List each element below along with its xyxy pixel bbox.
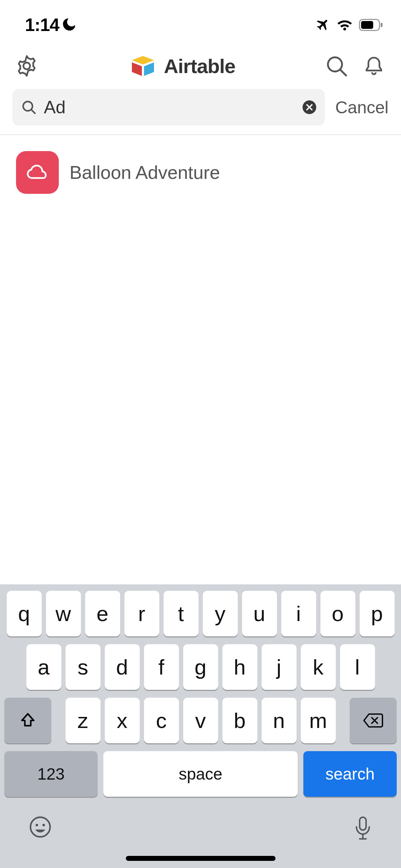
svg-marker-6 bbox=[144, 62, 154, 76]
keyboard-row-4: 123 space search bbox=[4, 751, 397, 797]
key-i[interactable]: i bbox=[281, 591, 316, 636]
mic-key[interactable] bbox=[353, 815, 372, 842]
home-indicator[interactable] bbox=[126, 856, 276, 861]
status-right bbox=[315, 17, 383, 33]
moon-icon bbox=[63, 18, 76, 32]
key-z[interactable]: z bbox=[66, 698, 101, 743]
key-v[interactable]: v bbox=[183, 698, 218, 743]
svg-point-13 bbox=[36, 824, 38, 826]
key-r[interactable]: r bbox=[124, 591, 159, 636]
svg-marker-5 bbox=[132, 62, 142, 76]
key-w[interactable]: w bbox=[46, 591, 81, 636]
status-bar: 1:14 bbox=[0, 0, 401, 39]
svg-point-12 bbox=[31, 817, 50, 837]
result-item[interactable]: Balloon Adventure bbox=[16, 151, 385, 194]
svg-line-8 bbox=[340, 70, 346, 76]
brand-name: Airtable bbox=[164, 55, 236, 78]
keyboard: qwertyuiop asdfghjkl zxcvbnm 123 space s… bbox=[0, 584, 401, 868]
keyboard-row-3: zxcvbnm bbox=[4, 698, 397, 743]
svg-rect-2 bbox=[381, 23, 382, 27]
key-y[interactable]: y bbox=[203, 591, 238, 636]
backspace-key[interactable] bbox=[350, 698, 397, 743]
status-left: 1:14 bbox=[25, 15, 76, 35]
key-x[interactable]: x bbox=[105, 698, 140, 743]
airtable-logo-icon bbox=[128, 54, 158, 78]
shift-icon bbox=[19, 712, 37, 729]
key-k[interactable]: k bbox=[301, 644, 336, 690]
svg-rect-1 bbox=[361, 21, 373, 29]
svg-marker-4 bbox=[132, 56, 154, 64]
key-u[interactable]: u bbox=[242, 591, 277, 636]
search-input[interactable] bbox=[37, 97, 302, 118]
key-b[interactable]: b bbox=[222, 698, 257, 743]
battery-icon bbox=[359, 19, 383, 31]
search-row: Cancel bbox=[0, 89, 401, 135]
space-key[interactable]: space bbox=[103, 751, 298, 797]
key-s[interactable]: s bbox=[66, 644, 101, 690]
svg-point-14 bbox=[42, 824, 45, 826]
app-header: Airtable bbox=[0, 39, 401, 89]
key-m[interactable]: m bbox=[301, 698, 336, 743]
search-icon bbox=[20, 99, 37, 116]
svg-line-10 bbox=[31, 110, 35, 113]
airplane-icon bbox=[315, 17, 330, 33]
key-q[interactable]: q bbox=[7, 591, 42, 636]
key-j[interactable]: j bbox=[262, 644, 297, 690]
key-d[interactable]: d bbox=[105, 644, 140, 690]
gear-icon[interactable] bbox=[14, 53, 39, 78]
svg-point-3 bbox=[24, 63, 30, 69]
cloud-icon bbox=[25, 164, 50, 181]
status-time: 1:14 bbox=[25, 15, 59, 35]
backspace-icon bbox=[363, 713, 384, 728]
shift-key[interactable] bbox=[4, 698, 51, 743]
key-e[interactable]: e bbox=[85, 591, 120, 636]
bell-icon[interactable] bbox=[363, 54, 385, 78]
key-g[interactable]: g bbox=[183, 644, 218, 690]
key-f[interactable]: f bbox=[144, 644, 179, 690]
keyboard-search-key[interactable]: search bbox=[303, 751, 397, 797]
keyboard-row-2: asdfghjkl bbox=[4, 644, 397, 690]
keyboard-bottom-row bbox=[4, 805, 397, 856]
result-icon bbox=[16, 151, 59, 194]
key-h[interactable]: h bbox=[222, 644, 257, 690]
key-o[interactable]: o bbox=[320, 591, 355, 636]
result-label: Balloon Adventure bbox=[70, 162, 220, 183]
emoji-key[interactable] bbox=[29, 815, 52, 842]
key-a[interactable]: a bbox=[26, 644, 61, 690]
key-t[interactable]: t bbox=[164, 591, 199, 636]
keyboard-row-1: qwertyuiop bbox=[4, 591, 397, 636]
header-actions bbox=[324, 54, 385, 78]
numbers-key[interactable]: 123 bbox=[4, 751, 98, 797]
brand: Airtable bbox=[128, 54, 236, 78]
cancel-button[interactable]: Cancel bbox=[335, 98, 389, 117]
key-n[interactable]: n bbox=[262, 698, 297, 743]
search-field[interactable] bbox=[12, 89, 325, 125]
key-l[interactable]: l bbox=[340, 644, 375, 690]
key-c[interactable]: c bbox=[144, 698, 179, 743]
search-icon[interactable] bbox=[324, 54, 349, 78]
clear-icon[interactable] bbox=[302, 100, 317, 115]
key-p[interactable]: p bbox=[360, 591, 395, 636]
result-list: Balloon Adventure bbox=[0, 135, 401, 210]
wifi-icon bbox=[337, 18, 353, 32]
svg-rect-15 bbox=[360, 817, 366, 830]
